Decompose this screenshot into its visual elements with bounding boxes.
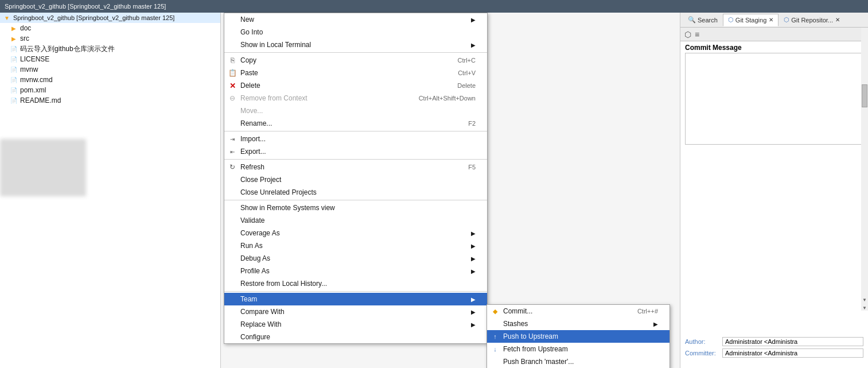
compare-arrow-icon: ▶ xyxy=(471,309,476,315)
menu-item-show-remote[interactable]: Show in Remote Systems view xyxy=(224,202,487,214)
file-text-icon: 📄 xyxy=(9,55,18,64)
menu-item-close-project[interactable]: Close Project xyxy=(224,173,487,186)
menu-item-rename[interactable]: Rename... F2 xyxy=(224,117,487,130)
menu-item-copy[interactable]: ⎘ Copy Ctrl+C xyxy=(224,54,487,67)
menu-item-coverage-as[interactable]: Coverage As ▶ xyxy=(224,227,487,239)
commit-message-section: Commit Message xyxy=(680,41,868,149)
file-text-icon: 📄 xyxy=(9,75,18,84)
author-committer-section: Author: Administrator <Administra Commit… xyxy=(680,335,868,362)
menu-item-replace-with[interactable]: Replace With ▶ xyxy=(224,318,487,331)
menu-item-commit[interactable]: ◆ Commit... Ctrl++# xyxy=(487,305,670,317)
menu-item-delete[interactable]: ✕ Delete Delete xyxy=(224,79,487,92)
restore-history-label: Restore from Local History... xyxy=(240,280,476,288)
file-tree-item[interactable]: 📄 mvnw.cmd xyxy=(0,75,220,85)
menu-item-restore-history[interactable]: Restore from Local History... xyxy=(224,277,487,290)
menu-item-refresh[interactable]: ↻ Refresh F5 xyxy=(224,161,487,173)
right-panel-tabs: 🔍 Search ⬡ Git Staging ✕ ⬡ Git Repositor… xyxy=(680,13,868,28)
refresh-label: Refresh xyxy=(240,163,457,171)
remove-context-shortcut: Ctrl+Alt+Shift+Down xyxy=(419,95,476,102)
menu-item-configure[interactable]: Configure xyxy=(224,331,487,343)
tab-git-staging[interactable]: ⬡ Git Staging ✕ xyxy=(723,14,779,26)
item-label: pom.xml xyxy=(20,86,46,94)
file-tree-root[interactable]: ▼ Springboot_v2_github [Springboot_v2_gi… xyxy=(0,13,220,23)
menu-item-push-branch[interactable]: Push Branch 'master'... xyxy=(487,355,670,368)
tab-git-repos[interactable]: ⬡ Git Repositor... ✕ xyxy=(779,14,845,26)
menu-separator xyxy=(224,200,487,200)
debug-as-label: Debug As xyxy=(240,254,466,262)
menu-item-debug-as[interactable]: Debug As ▶ xyxy=(224,252,487,265)
file-tree-item[interactable]: ▶ doc xyxy=(0,23,220,33)
export-label: Export... xyxy=(240,148,476,156)
run-arrow-icon: ▶ xyxy=(471,243,476,249)
root-folder-icon: ▼ xyxy=(2,13,11,22)
menu-item-new[interactable]: New ▶ xyxy=(224,13,487,26)
file-tree-item[interactable]: 📄 README.md xyxy=(0,95,220,106)
replace-with-label: Replace With xyxy=(240,320,466,328)
search-icon: 🔍 xyxy=(688,16,696,24)
menu-item-go-into[interactable]: Go Into xyxy=(224,26,487,38)
menu-item-move[interactable]: Move... xyxy=(224,104,487,117)
right-panel: 🔍 Search ⬡ Git Staging ✕ ⬡ Git Repositor… xyxy=(680,13,868,368)
folder-icon: ▶ xyxy=(9,34,18,43)
toolbar-icon-2[interactable]: ≡ xyxy=(693,30,701,39)
rename-shortcut: F2 xyxy=(468,120,476,127)
menu-item-remove-context[interactable]: ⊖ Remove from Context Ctrl+Alt+Shift+Dow… xyxy=(224,92,487,104)
menu-item-run-as[interactable]: Run As ▶ xyxy=(224,239,487,252)
rename-label: Rename... xyxy=(240,119,457,127)
commit-message-textarea[interactable] xyxy=(685,53,863,145)
push-branch-label: Push Branch 'master'... xyxy=(503,358,658,366)
author-label: Author: xyxy=(685,338,722,345)
stashes-arrow-icon: ▶ xyxy=(653,321,658,327)
toolbar-icon-1[interactable]: ⬡ xyxy=(683,30,693,39)
delete-icon: ✕ xyxy=(228,81,237,90)
terminal-arrow-icon: ▶ xyxy=(471,42,476,48)
menu-item-profile-as[interactable]: Profile As ▶ xyxy=(224,265,487,277)
scroll-bottom-arrow[interactable]: ▼ xyxy=(862,305,867,311)
file-tree-item[interactable]: 📄 mvnw xyxy=(0,64,220,75)
panel-scrollbar[interactable]: ▼ ▼ xyxy=(861,28,868,311)
menu-item-compare-with[interactable]: Compare With ▶ xyxy=(224,305,487,318)
git-repos-icon: ⬡ xyxy=(784,16,789,24)
export-icon: ⇤ xyxy=(228,147,237,156)
file-tree-item[interactable]: 📄 LICENSE xyxy=(0,54,220,64)
menu-item-import[interactable]: ⇥ Import... xyxy=(224,133,487,145)
file-tree-item[interactable]: ▶ src xyxy=(0,33,220,44)
menu-item-show-local-terminal[interactable]: Show in Local Terminal ▶ xyxy=(224,38,487,51)
tab-search[interactable]: 🔍 Search xyxy=(683,14,723,26)
blurred-content xyxy=(0,139,86,196)
menu-item-export[interactable]: ⇤ Export... xyxy=(224,145,487,158)
import-icon: ⇥ xyxy=(228,134,237,144)
tab-repos-close-icon[interactable]: ✕ xyxy=(835,17,840,23)
menu-item-stashes[interactable]: Stashes ▶ xyxy=(487,317,670,330)
menu-item-fetch-upstream[interactable]: ↓ Fetch from Upstream xyxy=(487,343,670,355)
paste-shortcut: Ctrl+V xyxy=(458,69,476,76)
commit-icon: ◆ xyxy=(491,307,500,316)
file-tree-item[interactable]: 📄 pom.xml xyxy=(0,85,220,95)
configure-label: Configure xyxy=(240,333,476,341)
menu-item-validate[interactable]: Validate xyxy=(224,214,487,227)
menu-item-close-unrelated[interactable]: Close Unrelated Projects xyxy=(224,186,487,199)
menu-separator xyxy=(224,52,487,53)
file-text-icon: 📄 xyxy=(9,96,18,105)
import-label: Import... xyxy=(240,135,476,143)
tab-close-icon[interactable]: ✕ xyxy=(769,17,773,23)
run-as-label: Run As xyxy=(240,242,466,250)
delete-label: Delete xyxy=(240,82,446,90)
menu-item-team[interactable]: Team ▶ xyxy=(224,293,487,305)
tab-git-staging-label: Git Staging xyxy=(735,17,766,24)
file-tree-item[interactable]: 📄 码云导入到github仓库演示文件 xyxy=(0,44,220,54)
menu-separator xyxy=(224,291,487,292)
menu-item-new-label: New xyxy=(240,16,466,24)
committer-value: Administrator <Administra xyxy=(722,348,863,358)
remove-context-label: Remove from Context xyxy=(240,94,407,102)
menu-item-push-upstream[interactable]: ↑ Push to Upstream xyxy=(487,330,670,343)
fetch-upstream-label: Fetch from Upstream xyxy=(503,345,658,353)
profile-arrow-icon: ▶ xyxy=(471,268,476,274)
coverage-arrow-icon: ▶ xyxy=(471,230,476,237)
item-label: mvnw xyxy=(20,65,38,73)
copy-icon: ⎘ xyxy=(228,56,237,65)
item-label: 码云导入到github仓库演示文件 xyxy=(20,44,115,54)
scrollbar-thumb[interactable] xyxy=(862,84,867,107)
menu-item-paste[interactable]: 📋 Paste Ctrl+V xyxy=(224,67,487,79)
scroll-down-arrow[interactable]: ▼ xyxy=(862,297,867,303)
